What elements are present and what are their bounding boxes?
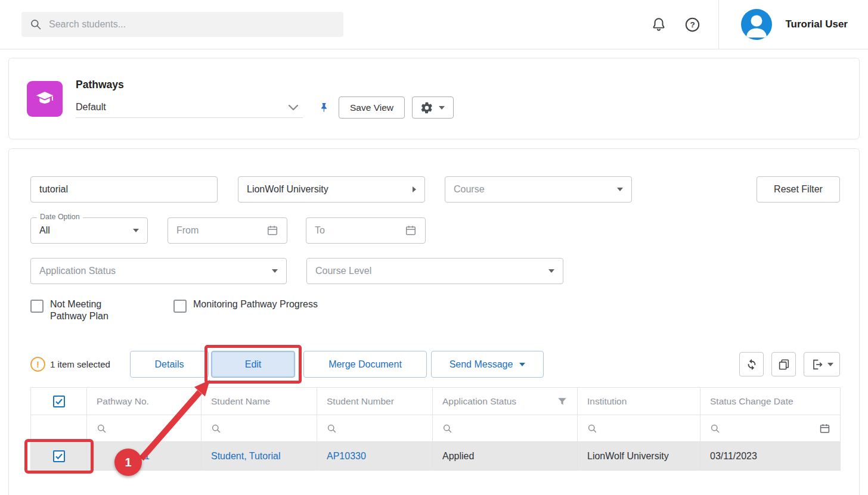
not-meeting-label: Not Meeting Pathway Plan: [50, 298, 120, 322]
application-status-select[interactable]: Application Status: [30, 258, 287, 284]
send-message-button[interactable]: Send Message: [431, 351, 544, 378]
column-header-status-change-date[interactable]: Status Change Date: [710, 396, 793, 406]
institution-filter-value: LionWolf University: [247, 184, 328, 195]
topbar-divider: [718, 0, 719, 49]
filter-row-3: Application Status Course Level: [30, 258, 840, 284]
page-title: Pathways: [76, 79, 454, 91]
refresh-icon: [745, 358, 758, 371]
view-settings-button[interactable]: [412, 96, 454, 119]
user-name: Turorial User: [785, 18, 868, 30]
search-icon: [30, 18, 42, 30]
copy-button[interactable]: [771, 352, 796, 376]
date-from-placeholder: From: [176, 225, 199, 236]
export-icon: [811, 358, 824, 371]
date-from-input[interactable]: From: [168, 217, 287, 244]
institution-filter-select[interactable]: LionWolf University: [238, 176, 425, 203]
column-header-pathway-no[interactable]: Pathway No.: [97, 396, 149, 406]
table-header-row: Pathway No. Student Name Student Number …: [31, 388, 841, 415]
notifications-button[interactable]: [651, 17, 666, 32]
select-all-checkbox[interactable]: [53, 396, 65, 407]
filter-funnel-icon[interactable]: [557, 396, 568, 407]
details-button[interactable]: Details: [130, 351, 209, 378]
annotation-step-number: 1: [125, 456, 131, 469]
column-header-student-number[interactable]: Student Number: [327, 396, 394, 406]
filter-row-1: LionWolf University Course Reset Filter: [30, 176, 840, 203]
application-status-placeholder: Application Status: [39, 266, 116, 276]
topbar-right: ? Turorial User: [651, 0, 868, 49]
caret-down-icon: [133, 229, 139, 232]
help-icon: ?: [684, 17, 700, 33]
calendar-icon[interactable]: [405, 225, 417, 236]
caret-down-icon: [827, 363, 833, 366]
gear-icon: [420, 101, 433, 114]
search-input[interactable]: [49, 19, 335, 30]
graduation-cap-icon: [34, 88, 55, 110]
status-change-date-cell: 03/11/2023: [710, 451, 757, 461]
monitoring-label: Monitoring Pathway Progress: [193, 298, 318, 310]
export-button[interactable]: [804, 352, 840, 376]
date-option-select[interactable]: Date Option All: [30, 217, 148, 244]
caret-down-icon: [519, 363, 525, 366]
caret-down-icon: [548, 269, 554, 273]
column-header-application-status[interactable]: Application Status: [442, 396, 516, 407]
filter-checkbox-row: Not Meeting Pathway Plan Monitoring Path…: [30, 298, 840, 322]
application-status-cell: Applied: [442, 451, 474, 461]
column-search-icon[interactable]: [211, 424, 307, 434]
column-search-icon[interactable]: [327, 424, 423, 434]
monitoring-checkbox[interactable]: [173, 300, 187, 313]
filter-row-2: Date Option All From To: [30, 217, 840, 244]
save-view-button[interactable]: Save View: [339, 96, 405, 119]
course-filter-select[interactable]: Course: [445, 176, 632, 203]
edit-button[interactable]: Edit: [211, 351, 295, 378]
table-filter-row: [31, 415, 841, 442]
institution-cell: LionWolf University: [587, 451, 669, 461]
svg-text:?: ?: [690, 20, 695, 29]
annotation-step-badge: 1: [114, 449, 142, 476]
help-button[interactable]: ?: [684, 17, 700, 33]
pin-icon: [318, 100, 330, 115]
results-panel: LionWolf University Course Reset Filter …: [8, 148, 860, 495]
student-number-link[interactable]: AP10330: [327, 451, 366, 461]
refresh-button[interactable]: [739, 352, 764, 376]
pin-view-button[interactable]: [318, 100, 330, 115]
view-select[interactable]: Default: [76, 98, 303, 118]
send-message-label: Send Message: [450, 359, 513, 370]
keyword-input[interactable]: [39, 184, 209, 195]
pathway-no-link[interactable]: 1: [144, 451, 150, 462]
calendar-icon[interactable]: [266, 225, 278, 236]
copy-icon: [777, 358, 790, 371]
column-search-icon[interactable]: [587, 424, 690, 434]
bell-icon: [651, 17, 666, 32]
view-select-value: Default: [76, 102, 106, 113]
row-checkbox[interactable]: [53, 450, 65, 462]
date-to-input[interactable]: To: [306, 217, 426, 244]
selected-count: 1 item selected: [50, 359, 120, 369]
column-header-student-name[interactable]: Student Name: [211, 396, 270, 406]
chevron-down-icon: [286, 100, 300, 114]
student-name-link[interactable]: Student, Tutorial: [211, 451, 281, 461]
table-row[interactable]: 1 Student, Tutorial AP10330 Applied Lion…: [31, 442, 841, 471]
not-meeting-checkbox[interactable]: [30, 300, 44, 313]
merge-document-button[interactable]: Merge Document: [303, 351, 427, 378]
caret-right-icon: [413, 186, 416, 192]
caret-down-icon: [617, 188, 623, 191]
pathways-header-card: Pathways Default Save View: [8, 58, 860, 139]
keyword-filter-input[interactable]: [30, 176, 218, 203]
column-search-icon[interactable]: [97, 424, 191, 434]
column-search-icon[interactable]: [442, 424, 568, 434]
toolbar: ! 1 item selected Details Edit Merge Doc…: [30, 351, 840, 378]
column-search-icon[interactable]: [710, 424, 720, 434]
search-box[interactable]: [21, 12, 343, 37]
pathways-icon: [27, 81, 63, 117]
date-to-placeholder: To: [315, 225, 325, 236]
date-option-value: All: [39, 225, 50, 236]
results-table: Pathway No. Student Name Student Number …: [30, 387, 841, 471]
column-header-institution[interactable]: Institution: [587, 396, 627, 406]
course-level-select[interactable]: Course Level: [306, 258, 563, 284]
calendar-icon[interactable]: [819, 423, 830, 434]
course-filter-placeholder: Course: [454, 184, 485, 195]
avatar[interactable]: [741, 9, 772, 40]
reset-filter-button[interactable]: Reset Filter: [757, 176, 840, 203]
topbar: ? Turorial User: [0, 0, 868, 49]
info-icon: !: [30, 357, 45, 372]
